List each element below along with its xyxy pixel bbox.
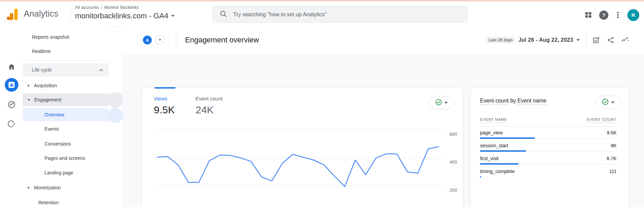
card-title: Event count by Event name	[480, 98, 547, 104]
toolbar-divider	[586, 34, 586, 46]
insight-bubble-gray[interactable]	[108, 92, 123, 108]
check-circle-icon	[602, 98, 609, 107]
breadcrumb-account[interactable]: Monitor Backlinks	[104, 5, 139, 10]
reports-sidebar: Reports snapshot Realtime Life cycle Acq…	[23, 26, 109, 207]
sidebar-item-realtime[interactable]: Realtime	[23, 45, 109, 58]
breadcrumb: All accounts › Monitor Backlinks	[75, 5, 139, 10]
y-tick-label: 200	[449, 188, 457, 193]
dropdown-caret-icon	[611, 101, 614, 104]
product-name: Analytics	[24, 9, 58, 19]
header-divider	[70, 6, 71, 22]
sidebar-item-reports-snapshot[interactable]: Reports snapshot	[23, 31, 109, 43]
insights-icon[interactable]	[621, 36, 630, 44]
sidebar-item-landing-page[interactable]: Landing page	[23, 166, 109, 179]
content-area: A + Engagement overview Last 28 days Jul…	[122, 26, 644, 207]
sidebar-item-conversions[interactable]: Conversions	[23, 137, 109, 150]
avatar[interactable]: R	[627, 9, 639, 21]
sidebar-item-overview[interactable]: Overview	[23, 108, 109, 121]
expand-arrow-icon	[28, 186, 30, 189]
column-header-event-count: EVENT COUNT	[587, 117, 617, 123]
property-name: monitorbacklinks.com - GA4	[75, 12, 168, 20]
y-tick-label: 400	[449, 159, 457, 165]
table-row: timing_complete 111	[480, 167, 617, 180]
add-comparison-button[interactable]: +	[155, 35, 165, 44]
report-header: A + Engagement overview Last 28 days Jul…	[122, 26, 644, 54]
event-count: 6.7K	[607, 156, 617, 161]
data-quality-dropdown[interactable]	[595, 96, 621, 109]
table-row: first_visit 6.7K	[480, 154, 617, 167]
search-input[interactable]	[233, 11, 468, 18]
explore-icon[interactable]	[0, 97, 23, 112]
sidebar-item-retention[interactable]: Retention	[23, 196, 109, 207]
property-caret-icon	[171, 15, 174, 17]
date-range-selector[interactable]: Last 28 days Jul 26 - Aug 22, 2023	[486, 37, 580, 43]
event-count: 111	[609, 169, 617, 174]
sidebar-item-monetization[interactable]: Monetization	[23, 181, 109, 194]
report-canvas: Views 9.5K Event count 24K 600400200030J…	[122, 53, 644, 207]
chevron-up-icon	[99, 67, 103, 73]
home-icon[interactable]	[0, 59, 23, 75]
expand-arrow-icon	[28, 84, 30, 87]
date-caret-icon	[576, 39, 580, 41]
comparison-chip[interactable]: A	[143, 36, 152, 44]
date-preset-chip: Last 28 days	[486, 37, 515, 43]
event-count-card: Event count by Event name EVENT NAME EVE…	[470, 87, 630, 207]
collapse-arrow-icon	[27, 99, 30, 101]
table-row: session_start 8K	[480, 141, 617, 154]
search-icon	[220, 10, 227, 19]
line-series-views	[157, 147, 439, 186]
column-header-event-name: EVENT NAME	[480, 117, 507, 123]
value-bar	[480, 163, 518, 165]
page-title: Engagement overview	[185, 26, 259, 53]
title-metric[interactable]: Event count	[480, 98, 509, 105]
apps-grid-icon[interactable]	[584, 11, 592, 19]
event-count: 8K	[611, 143, 617, 148]
value-bar	[480, 137, 535, 139]
breadcrumb-all-accounts[interactable]: All accounts	[75, 5, 99, 10]
header-divider	[176, 34, 176, 46]
sidebar-item-acquisition[interactable]: Acquisition	[23, 79, 109, 92]
reports-active-circle	[5, 78, 18, 92]
top-header: Analytics All accounts › Monitor Backlin…	[0, 1, 644, 27]
y-tick-label: 600	[449, 132, 457, 137]
views-line-chart: 600400200030Jul06Aug1320	[142, 88, 463, 207]
event-table-body: page_view 9.5K session_start 8K first_vi…	[480, 128, 617, 180]
more-menu-icon[interactable]	[615, 12, 621, 18]
nav-rail	[0, 26, 23, 207]
analytics-logo-icon[interactable]	[5, 7, 20, 22]
date-range-text: Jul 26 - Aug 22, 2023	[518, 37, 573, 43]
event-name: session_start	[480, 143, 508, 148]
share-icon[interactable]	[607, 36, 615, 44]
title-connector: by	[510, 98, 516, 104]
table-divider	[480, 126, 617, 127]
event-name: page_view	[480, 130, 503, 135]
engagement-chart-card: Views 9.5K Event count 24K 600400200030J…	[142, 87, 463, 207]
property-selector[interactable]: monitorbacklinks.com - GA4	[75, 12, 174, 20]
table-header-row: EVENT NAME EVENT COUNT	[480, 117, 617, 123]
value-bar	[480, 176, 481, 177]
event-name: timing_complete	[480, 169, 515, 174]
value-bar	[480, 150, 526, 152]
customize-report-icon[interactable]	[592, 36, 601, 44]
table-row: page_view 9.5K	[480, 128, 617, 141]
help-icon[interactable]: ?	[599, 11, 608, 20]
sidebar-item-engagement[interactable]: Engagement	[23, 93, 109, 106]
reports-icon[interactable]	[0, 77, 23, 93]
event-count: 9.5K	[607, 130, 617, 135]
sidebar-section-life-cycle[interactable]: Life cycle	[23, 63, 109, 77]
global-search[interactable]	[212, 6, 468, 23]
event-name: first_visit	[480, 156, 498, 161]
insight-bubble-blue[interactable]	[108, 108, 123, 123]
advertising-icon[interactable]	[0, 116, 23, 132]
title-dimension[interactable]: Event name	[517, 98, 546, 105]
breadcrumb-chevron-icon: ›	[101, 5, 102, 10]
sidebar-item-pages-and-screens[interactable]: Pages and screens	[23, 152, 109, 165]
sidebar-divider	[27, 61, 104, 61]
sidebar-item-events[interactable]: Events	[23, 123, 109, 135]
